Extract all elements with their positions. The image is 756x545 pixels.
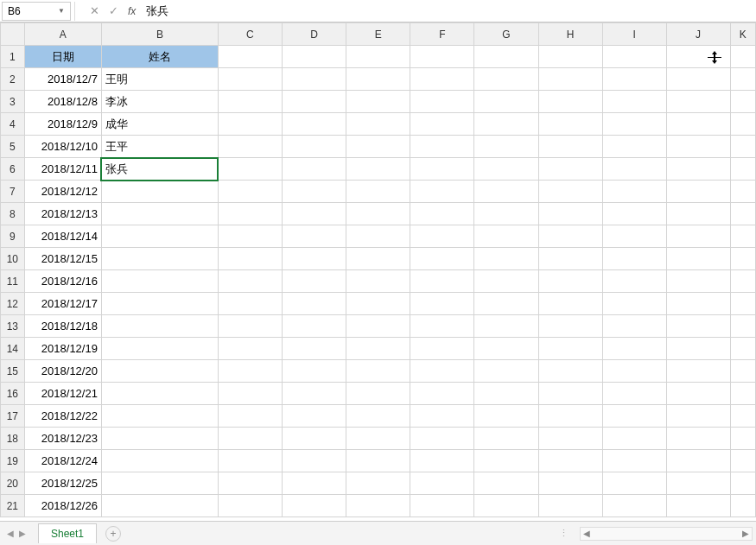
cell[interactable] [218, 91, 282, 113]
cell[interactable] [602, 68, 666, 91]
cell[interactable] [283, 270, 346, 293]
cell[interactable] [410, 383, 474, 405]
cell[interactable] [218, 68, 282, 91]
date-cell[interactable]: 2018/12/9 [24, 113, 101, 136]
cell[interactable] [666, 315, 730, 338]
cell[interactable] [346, 270, 410, 293]
cell[interactable] [730, 360, 755, 383]
cell[interactable] [283, 113, 346, 136]
cell[interactable] [538, 203, 602, 225]
cell[interactable] [474, 181, 538, 203]
name-cell[interactable] [101, 472, 218, 495]
cell[interactable] [730, 181, 755, 203]
cell[interactable] [283, 181, 346, 203]
cell[interactable] [218, 293, 282, 315]
date-cell[interactable]: 2018/12/8 [24, 91, 101, 113]
cell[interactable] [218, 136, 282, 158]
cell[interactable] [346, 293, 410, 315]
cell[interactable] [730, 338, 755, 360]
date-cell[interactable]: 2018/12/7 [24, 68, 101, 91]
name-cell[interactable] [101, 495, 218, 517]
cell[interactable] [346, 203, 410, 225]
cell[interactable] [666, 472, 730, 495]
add-sheet-button[interactable]: + [105, 526, 121, 542]
date-cell[interactable]: 2018/12/24 [24, 450, 101, 472]
cell[interactable] [730, 383, 755, 405]
cell[interactable] [346, 450, 410, 472]
cell[interactable] [410, 428, 474, 450]
cell[interactable] [538, 360, 602, 383]
cell[interactable] [474, 472, 538, 495]
cell[interactable] [474, 405, 538, 428]
cell[interactable] [730, 46, 755, 68]
cell[interactable] [602, 472, 666, 495]
cell[interactable] [730, 495, 755, 517]
cell[interactable] [218, 225, 282, 248]
row-header[interactable]: 2 [1, 68, 25, 91]
cell[interactable] [410, 203, 474, 225]
cell[interactable] [218, 113, 282, 136]
cell[interactable] [283, 383, 346, 405]
name-cell[interactable]: 王明 [101, 68, 218, 91]
cell[interactable] [730, 203, 755, 225]
tab-nav-next-icon[interactable]: ▶ [19, 529, 26, 538]
cell[interactable] [283, 428, 346, 450]
name-cell[interactable] [101, 338, 218, 360]
cell[interactable] [474, 113, 538, 136]
cell[interactable] [283, 158, 346, 181]
cell[interactable] [283, 293, 346, 315]
row-header[interactable]: 13 [1, 315, 25, 338]
cell[interactable] [538, 293, 602, 315]
cell[interactable] [602, 203, 666, 225]
cell[interactable] [730, 113, 755, 136]
cell[interactable] [346, 91, 410, 113]
name-cell[interactable] [101, 225, 218, 248]
cell[interactable] [474, 315, 538, 338]
cell[interactable] [602, 91, 666, 113]
row-header[interactable]: 11 [1, 270, 25, 293]
cell[interactable] [538, 136, 602, 158]
cell[interactable] [283, 360, 346, 383]
cell[interactable] [538, 181, 602, 203]
cell[interactable] [218, 495, 282, 517]
row-header[interactable]: 1 [1, 46, 25, 68]
cell[interactable] [730, 158, 755, 181]
cell[interactable] [602, 113, 666, 136]
cell[interactable] [346, 68, 410, 91]
cell[interactable] [410, 181, 474, 203]
cell[interactable] [602, 428, 666, 450]
date-cell[interactable]: 2018/12/25 [24, 472, 101, 495]
date-cell[interactable]: 2018/12/17 [24, 293, 101, 315]
col-header-E[interactable]: E [346, 23, 410, 46]
date-cell[interactable]: 2018/12/21 [24, 383, 101, 405]
header-name-cell[interactable]: 姓名 [101, 46, 218, 68]
cell[interactable] [602, 405, 666, 428]
cell[interactable] [538, 158, 602, 181]
cell[interactable] [474, 248, 538, 270]
cell[interactable] [730, 68, 755, 91]
cell[interactable] [666, 91, 730, 113]
cell[interactable] [602, 136, 666, 158]
name-cell[interactable]: 张兵 [101, 158, 218, 181]
cell[interactable] [666, 203, 730, 225]
cell[interactable] [538, 450, 602, 472]
cell[interactable] [666, 225, 730, 248]
name-cell[interactable] [101, 248, 218, 270]
cell[interactable] [410, 136, 474, 158]
cell[interactable] [283, 248, 346, 270]
cell[interactable] [666, 46, 730, 68]
cell[interactable] [602, 181, 666, 203]
cell[interactable] [346, 383, 410, 405]
col-header-G[interactable]: G [474, 23, 538, 46]
cell[interactable] [346, 495, 410, 517]
cell[interactable] [410, 46, 474, 68]
date-cell[interactable]: 2018/12/23 [24, 428, 101, 450]
cell[interactable] [346, 315, 410, 338]
col-header-A[interactable]: A [24, 23, 101, 46]
cell[interactable] [602, 248, 666, 270]
row-header[interactable]: 7 [1, 181, 25, 203]
cell[interactable] [666, 158, 730, 181]
row-header[interactable]: 19 [1, 450, 25, 472]
cell[interactable] [410, 68, 474, 91]
cell[interactable] [730, 248, 755, 270]
